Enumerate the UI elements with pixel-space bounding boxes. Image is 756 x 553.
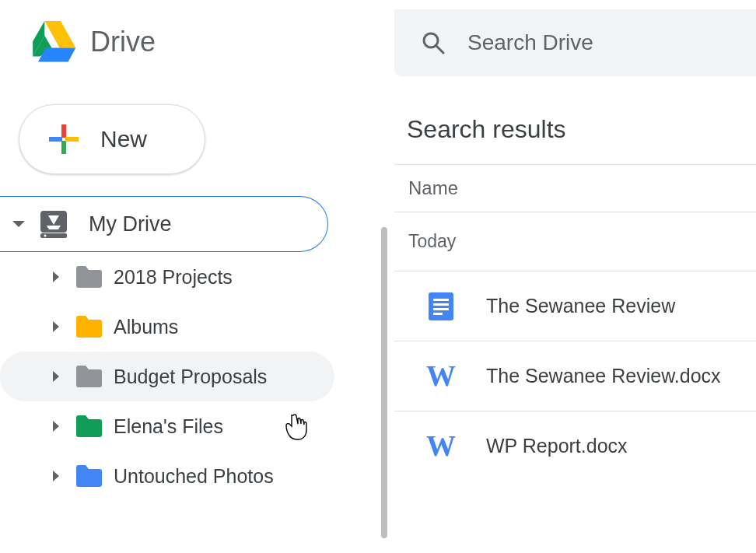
svg-rect-3 (65, 137, 79, 142)
new-button[interactable]: New (19, 104, 205, 174)
svg-rect-2 (49, 137, 62, 142)
chevron-right-icon (48, 271, 64, 283)
my-drive-label: My Drive (89, 212, 172, 236)
svg-point-7 (44, 235, 47, 237)
folder-label: Untouched Photos (114, 465, 274, 488)
word-doc-icon: W (425, 361, 457, 392)
scrollbar[interactable] (381, 227, 387, 538)
search-input[interactable] (467, 30, 701, 55)
sidebar-item-my-drive[interactable]: My Drive (0, 196, 328, 252)
drive-logo-icon (30, 21, 76, 63)
svg-rect-14 (433, 313, 443, 315)
sidebar: Drive New My D (0, 0, 342, 501)
svg-rect-12 (433, 303, 449, 306)
chevron-down-icon (11, 219, 26, 229)
folder-icon (75, 415, 103, 438)
search-bar[interactable] (394, 9, 756, 76)
result-row[interactable]: The Sewanee Review (394, 271, 756, 341)
folder-label: Budget Proposals (114, 366, 267, 388)
sidebar-item-folder[interactable]: Elena's Files (0, 401, 342, 451)
results-title: Search results (394, 101, 756, 164)
sidebar-item-folder[interactable]: 2018 Projects (0, 252, 342, 302)
result-row[interactable]: W WP Report.docx (394, 411, 756, 481)
google-doc-icon (425, 291, 457, 322)
svg-rect-11 (433, 299, 449, 301)
chevron-right-icon (48, 420, 64, 432)
result-row[interactable]: W The Sewanee Review.docx (394, 341, 756, 411)
sidebar-item-folder[interactable]: Untouched Photos (0, 451, 342, 501)
svg-text:W: W (426, 361, 456, 392)
folder-icon (75, 464, 103, 488)
svg-rect-13 (433, 308, 449, 310)
chevron-right-icon (48, 320, 64, 333)
word-doc-icon: W (425, 431, 457, 462)
plus-icon (47, 123, 80, 156)
chevron-right-icon (48, 370, 64, 383)
folder-icon (75, 365, 103, 388)
column-header-name[interactable]: Name (394, 164, 756, 212)
svg-rect-0 (61, 124, 66, 138)
logo-row: Drive (0, 11, 342, 73)
folder-label: 2018 Projects (114, 266, 233, 289)
result-name: The Sewanee Review.docx (486, 365, 721, 387)
sidebar-item-folder[interactable]: Budget Proposals (0, 352, 334, 401)
svg-line-9 (436, 46, 443, 53)
folder-icon (75, 265, 103, 289)
folder-label: Albums (114, 316, 178, 338)
new-button-label: New (100, 126, 147, 152)
result-name: WP Report.docx (486, 435, 628, 457)
group-header-today: Today (394, 212, 756, 271)
folder-label: Elena's Files (114, 415, 223, 438)
chevron-right-icon (48, 470, 64, 482)
svg-rect-10 (429, 292, 453, 320)
result-name: The Sewanee Review (486, 295, 675, 317)
svg-rect-1 (61, 141, 66, 154)
search-icon (421, 30, 446, 55)
folder-icon (75, 315, 103, 338)
results-area: Search results Name Today The Sewanee Re… (394, 101, 756, 481)
sidebar-item-folder[interactable]: Albums (0, 302, 342, 352)
svg-text:W: W (426, 431, 456, 462)
drive-device-icon (37, 208, 70, 240)
app-title: Drive (90, 26, 156, 58)
